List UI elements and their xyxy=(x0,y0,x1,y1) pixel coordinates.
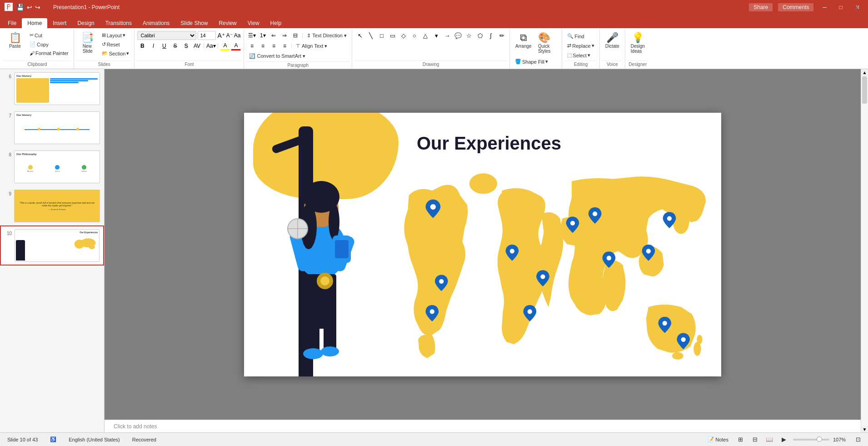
justify[interactable]: ≡ xyxy=(279,41,289,50)
convert-smartart-button[interactable]: 🔄 Convert to SmartArt ▾ xyxy=(247,52,307,60)
select-tool[interactable]: ↖ xyxy=(355,31,365,40)
quick-styles-button[interactable]: 🎨 QuickStyles xyxy=(535,31,554,55)
zoom-slider[interactable] xyxy=(793,439,829,441)
slide-item-6[interactable]: 6 Our History xyxy=(0,69,104,108)
scroll-track xyxy=(861,75,868,426)
rounded-rect-tool[interactable]: ▭ xyxy=(388,31,398,40)
tab-insert[interactable]: Insert xyxy=(47,18,72,28)
decrease-indent[interactable]: ⇐ xyxy=(269,31,279,40)
undo-icon[interactable]: ↩ xyxy=(27,4,32,11)
layout-button[interactable]: ⊞ Layout ▾ xyxy=(100,31,132,40)
pentagon-tool[interactable]: ⬠ xyxy=(475,31,485,40)
accessibility-btn[interactable]: ♿ xyxy=(47,436,59,443)
font-name-select[interactable]: Calibri Arial Times New Roman xyxy=(137,31,196,40)
numbering-button[interactable]: 1▾ xyxy=(258,31,268,40)
language-btn[interactable]: English (United States) xyxy=(66,436,123,443)
slide-item-10[interactable]: 10 Our Experiences xyxy=(0,226,104,266)
tab-transitions[interactable]: Transitions xyxy=(100,18,137,28)
select-button[interactable]: ⬚ Select ▾ xyxy=(565,51,593,60)
shadow-button[interactable]: S xyxy=(181,41,191,50)
slide-item-7[interactable]: 7 Our History xyxy=(0,108,104,147)
char-spacing-button[interactable]: AV xyxy=(192,41,202,50)
save-icon[interactable]: 💾 xyxy=(16,4,24,11)
align-right[interactable]: ≡ xyxy=(269,41,279,50)
scroll-down[interactable]: ▼ xyxy=(861,426,868,432)
reset-button[interactable]: ↺ Reset xyxy=(100,40,132,49)
tab-view[interactable]: View xyxy=(242,18,265,28)
arrange-content: ⧉ Arrange 🎨 QuickStyles xyxy=(512,30,560,56)
format-painter-button[interactable]: 🖌 Format Painter xyxy=(27,49,71,57)
cut-button[interactable]: ✂ Cut xyxy=(27,31,71,40)
comments-button[interactable]: Comments xyxy=(778,3,813,11)
minimize-btn[interactable]: ─ xyxy=(819,4,830,10)
new-slide-button[interactable]: 📑 NewSlide xyxy=(77,31,99,55)
strikethrough-button[interactable]: S xyxy=(170,41,180,50)
font-case-button[interactable]: Aa▾ xyxy=(206,41,216,50)
slide-title: Our Experiences xyxy=(417,133,561,154)
align-center[interactable]: ≡ xyxy=(258,41,268,50)
redo-icon[interactable]: ↪ xyxy=(35,4,40,11)
columns-button[interactable]: ⊟ xyxy=(290,31,300,40)
scroll-up[interactable]: ▲ xyxy=(861,69,868,75)
curve-tool[interactable]: ∫ xyxy=(486,31,496,40)
font-size-increase[interactable]: A⁺ xyxy=(217,32,224,39)
freeform-tool[interactable]: ✏ xyxy=(497,31,507,40)
svg-point-30 xyxy=(439,279,444,283)
fit-slide-btn[interactable]: ⊡ xyxy=(853,435,863,445)
slide-sorter-btn[interactable]: ⊟ xyxy=(749,435,760,445)
tab-help[interactable]: Help xyxy=(265,18,287,28)
underline-button[interactable]: U xyxy=(159,41,169,50)
font-color-button[interactable]: A xyxy=(231,41,241,50)
find-button[interactable]: 🔍 Find xyxy=(565,32,586,40)
tab-review[interactable]: Review xyxy=(213,18,242,28)
text-direction-button[interactable]: ⇕ Text Direction ▾ xyxy=(304,31,349,40)
paste-button[interactable]: 📋 Paste xyxy=(4,31,26,50)
section-button[interactable]: 📂 Section ▾ xyxy=(100,49,132,58)
tab-home[interactable]: Home xyxy=(22,18,47,28)
replace-button[interactable]: ⇄ Replace ▾ xyxy=(565,41,596,50)
scroll-thumb[interactable] xyxy=(862,76,867,104)
share-button[interactable]: Share xyxy=(749,3,773,11)
oval-tool[interactable]: ○ xyxy=(409,31,419,40)
align-left[interactable]: ≡ xyxy=(247,41,257,50)
bold-button[interactable]: B xyxy=(137,41,147,50)
shape-fill-button[interactable]: 🪣 Shape Fill ▾ xyxy=(513,57,559,66)
star-tool[interactable]: ☆ xyxy=(464,31,474,40)
tab-file[interactable]: File xyxy=(2,18,22,28)
font-size-input[interactable] xyxy=(198,31,216,40)
notes-button[interactable]: 📝 Notes xyxy=(705,436,731,443)
italic-button[interactable]: I xyxy=(148,41,158,50)
slide-item-8[interactable]: 8 Our Philosophy Mission Vision xyxy=(0,147,104,186)
line-tool[interactable]: ╲ xyxy=(366,31,376,40)
diamond-tool[interactable]: ◇ xyxy=(399,31,409,40)
slide-canvas[interactable]: Our Experiences xyxy=(105,69,861,420)
tab-design[interactable]: Design xyxy=(72,18,100,28)
copy-button[interactable]: 📄 Copy xyxy=(27,40,71,49)
arrow-tool[interactable]: → xyxy=(442,31,452,40)
tab-animations[interactable]: Animations xyxy=(137,18,175,28)
rect-tool[interactable]: □ xyxy=(377,31,387,40)
notes-bar[interactable]: Click to add notes xyxy=(105,420,861,432)
dictate-button[interactable]: 🎤 Dictate xyxy=(603,31,622,50)
highlight-color-button[interactable]: A xyxy=(220,41,230,50)
bullets-button[interactable]: ☰▾ xyxy=(247,31,257,40)
maximize-btn[interactable]: □ xyxy=(836,4,846,10)
clear-formatting[interactable]: Aa xyxy=(234,32,241,39)
normal-view-btn[interactable]: ⊞ xyxy=(735,435,746,445)
slideshow-view-btn[interactable]: ▶ xyxy=(778,435,789,445)
align-text-button[interactable]: ⊤ Align Text ▾ xyxy=(294,42,329,50)
zoom-thumb[interactable] xyxy=(817,436,822,442)
design-ideas-button[interactable]: 💡 DesignIdeas xyxy=(628,31,648,55)
more-shapes[interactable]: ▾ xyxy=(431,31,441,40)
triangle-tool[interactable]: △ xyxy=(420,31,430,40)
reading-view-btn[interactable]: 📖 xyxy=(764,435,775,445)
ribbon-collapse[interactable]: ∧ xyxy=(854,4,860,12)
tab-slideshow[interactable]: Slide Show xyxy=(175,18,213,28)
increase-indent[interactable]: ⇒ xyxy=(279,31,289,40)
right-scrollbar[interactable]: ▲ ▼ xyxy=(861,69,868,432)
slide-item-9[interactable]: 9 "This is a quote, words full of wisdom… xyxy=(0,186,104,226)
font-size-decrease[interactable]: A⁻ xyxy=(226,32,233,39)
arrange-button[interactable]: ⧉ Arrange xyxy=(513,31,534,50)
drawing-label: Drawing xyxy=(354,60,508,68)
callout-tool[interactable]: 💬 xyxy=(453,31,463,40)
